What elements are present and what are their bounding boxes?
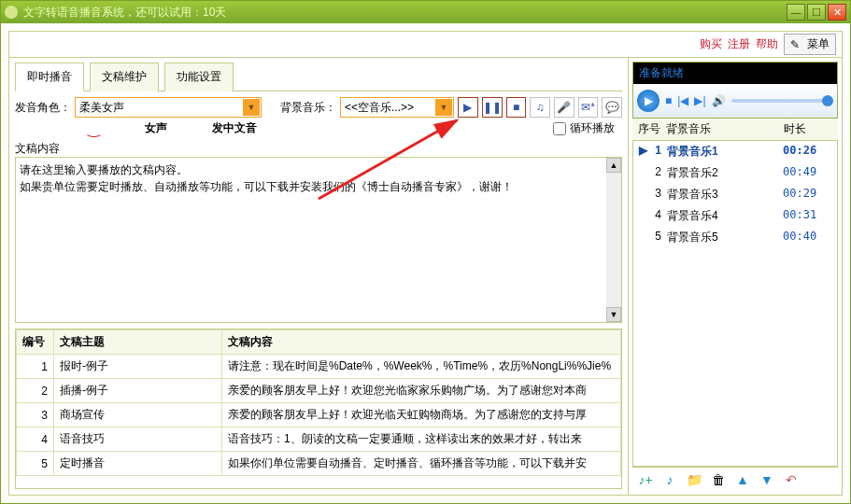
voice-role-value: 柔美女声 bbox=[79, 100, 124, 116]
cell-content: 亲爱的顾客朋友早上好！欢迎您光临家家乐购物广场。为了感谢您对本商 bbox=[222, 379, 621, 403]
player-play-button[interactable]: ▶ bbox=[637, 90, 660, 112]
bg-music-label: 背景音乐： bbox=[280, 100, 336, 116]
col-track-no: 序号 bbox=[638, 121, 666, 137]
register-link[interactable]: 注册 bbox=[728, 36, 750, 52]
track-item[interactable]: 3背景音乐300:29 bbox=[633, 184, 837, 205]
menu-label: 菜单 bbox=[807, 36, 830, 52]
player-stop-button[interactable]: ■ bbox=[665, 94, 672, 107]
note-icon: ♫ bbox=[536, 101, 545, 114]
slider-thumb[interactable] bbox=[822, 95, 833, 106]
open-folder-button[interactable]: 📁 bbox=[685, 470, 703, 489]
scrollbar-vertical[interactable]: ▲ ▼ bbox=[606, 158, 621, 322]
cell-title: 语音技巧 bbox=[54, 427, 222, 452]
cell-content: 请注意：现在时间是%Date%，%Week%，%Time%，农历%NongLi%… bbox=[222, 355, 621, 379]
minimize-button[interactable]: — bbox=[787, 4, 805, 21]
undo-button[interactable]: ↶ bbox=[782, 470, 801, 489]
loop-label: 循环播放 bbox=[570, 120, 615, 136]
play-indicator-icon bbox=[639, 165, 650, 181]
cell-content: 亲爱的顾客朋友早上好！欢迎光临天虹购物商场。为了感谢您的支持与厚 bbox=[222, 403, 621, 427]
app-icon bbox=[5, 6, 18, 19]
buy-link[interactable]: 购买 bbox=[700, 36, 722, 52]
mic-icon: 🎤 bbox=[557, 101, 571, 114]
bg-music-value: <<空音乐...>> bbox=[345, 100, 414, 116]
track-duration: 00:29 bbox=[783, 187, 831, 203]
tab-settings[interactable]: 功能设置 bbox=[164, 63, 234, 91]
table-row[interactable]: 1报时-例子请注意：现在时间是%Date%，%Week%，%Time%，农历%N… bbox=[17, 355, 621, 379]
track-no: 5 bbox=[650, 230, 667, 245]
play-indicator-icon: ▶ bbox=[639, 144, 650, 160]
track-item[interactable]: 5背景音乐500:40 bbox=[633, 227, 837, 248]
play-indicator-icon bbox=[639, 187, 650, 203]
track-duration: 00:49 bbox=[783, 165, 831, 181]
track-no: 1 bbox=[650, 144, 667, 160]
track-duration: 00:40 bbox=[783, 230, 831, 245]
cell-id: 1 bbox=[17, 355, 54, 379]
cell-id: 5 bbox=[17, 452, 54, 476]
app-window: 文字转语音播音系统，还可以试用：10天 — ☐ ✕ 购买 注册 帮助 ✎ 菜单 … bbox=[0, 0, 851, 504]
cell-content: 如果你们单位需要自动播音、定时播音、循环播音等功能，可以下载并安 bbox=[222, 452, 621, 476]
mic-button[interactable]: 🎤 bbox=[554, 97, 574, 118]
scroll-up-icon[interactable]: ▲ bbox=[606, 158, 621, 173]
add-track-button[interactable]: ♪+ bbox=[636, 470, 655, 489]
player-volume-button[interactable]: 🔊 bbox=[712, 94, 726, 107]
voice-role-select[interactable]: 柔美女声 ▼ bbox=[75, 97, 262, 118]
col-track-name: 背景音乐 bbox=[666, 121, 784, 137]
cell-id: 2 bbox=[17, 379, 54, 403]
track-name: 背景音乐3 bbox=[667, 187, 783, 203]
track-item[interactable]: ▶1背景音乐100:26 bbox=[633, 141, 837, 162]
bg-music-select[interactable]: <<空音乐...>> ▼ bbox=[340, 97, 454, 118]
player-next-button[interactable]: ▶| bbox=[694, 94, 705, 107]
close-button[interactable]: ✕ bbox=[828, 4, 846, 21]
cell-id: 4 bbox=[17, 427, 54, 452]
window-title: 文字转语音播音系统，还可以试用：10天 bbox=[23, 5, 787, 21]
content-textarea[interactable] bbox=[16, 158, 606, 322]
cell-title: 插播-例子 bbox=[54, 379, 222, 403]
play-indicator-icon bbox=[639, 208, 650, 224]
table-row[interactable]: 4语音技巧语音技巧：1、朗读的文稿一定要通顺，这样读出来的效果才好，转出来 bbox=[17, 427, 621, 452]
menu-button[interactable]: ✎ 菜单 bbox=[784, 34, 836, 55]
play-icon: ▶ bbox=[463, 101, 472, 114]
table-row[interactable]: 3商场宣传亲爱的顾客朋友早上好！欢迎光临天虹购物商场。为了感谢您的支持与厚 bbox=[17, 403, 621, 427]
tab-instant-broadcast[interactable]: 即时播音 bbox=[15, 63, 84, 91]
player-prev-button[interactable]: |◀ bbox=[677, 94, 688, 107]
track-no: 3 bbox=[650, 187, 667, 203]
tab-document-maintain[interactable]: 文稿维护 bbox=[90, 63, 159, 91]
stop-button[interactable]: ■ bbox=[506, 97, 527, 118]
track-list: ▶1背景音乐100:262背景音乐200:493背景音乐300:294背景音乐4… bbox=[632, 141, 838, 467]
help-link[interactable]: 帮助 bbox=[756, 36, 778, 52]
track-item[interactable]: 4背景音乐400:31 bbox=[633, 205, 837, 227]
move-up-button[interactable]: ▲ bbox=[733, 470, 752, 489]
player: 准备就绪 ▶ ■ |◀ ▶| 🔊 bbox=[632, 62, 838, 119]
chevron-down-icon[interactable]: ▼ bbox=[243, 99, 260, 116]
table-row[interactable]: 2插播-例子亲爱的顾客朋友早上好！欢迎您光临家家乐购物广场。为了感谢您对本商 bbox=[17, 379, 621, 403]
music-note-button[interactable]: ♫ bbox=[530, 97, 550, 118]
maximize-button[interactable]: ☐ bbox=[807, 4, 826, 21]
content-label: 文稿内容 bbox=[15, 141, 622, 157]
loop-checkbox[interactable] bbox=[553, 122, 566, 135]
voice-role-label: 发音角色： bbox=[15, 100, 71, 116]
new-icon: ✉* bbox=[581, 101, 595, 114]
cell-title: 商场宣传 bbox=[54, 403, 222, 427]
pencil-icon: ✎ bbox=[790, 38, 803, 51]
add-file-button[interactable]: ♪ bbox=[660, 470, 679, 489]
pause-button[interactable]: ❚❚ bbox=[482, 97, 503, 118]
play-indicator-icon bbox=[639, 230, 650, 245]
track-item[interactable]: 2背景音乐200:49 bbox=[633, 162, 837, 184]
top-links: 购买 注册 帮助 ✎ 菜单 bbox=[9, 32, 842, 58]
cell-content: 语音技巧：1、朗读的文稿一定要通顺，这样读出来的效果才好，转出来 bbox=[222, 427, 621, 452]
delete-button[interactable]: 🗑 bbox=[709, 470, 728, 489]
play-button[interactable]: ▶ bbox=[458, 97, 478, 118]
col-track-dur: 时长 bbox=[784, 121, 832, 137]
col-id: 编号 bbox=[17, 330, 54, 355]
move-down-button[interactable]: ▼ bbox=[758, 470, 776, 489]
chat-button[interactable]: 💬 bbox=[602, 97, 622, 118]
scroll-down-icon[interactable]: ▼ bbox=[606, 307, 621, 322]
tabs: 即时播音 文稿维护 功能设置 bbox=[15, 62, 622, 91]
table-row[interactable]: 5定时播音如果你们单位需要自动播音、定时播音、循环播音等功能，可以下载并安 bbox=[17, 452, 621, 476]
chevron-down-icon[interactable]: ▼ bbox=[435, 99, 452, 116]
new-message-button[interactable]: ✉* bbox=[578, 97, 599, 118]
track-no: 2 bbox=[650, 165, 667, 181]
track-name: 背景音乐1 bbox=[667, 144, 783, 160]
volume-slider[interactable] bbox=[731, 99, 834, 103]
track-name: 背景音乐2 bbox=[667, 165, 783, 181]
